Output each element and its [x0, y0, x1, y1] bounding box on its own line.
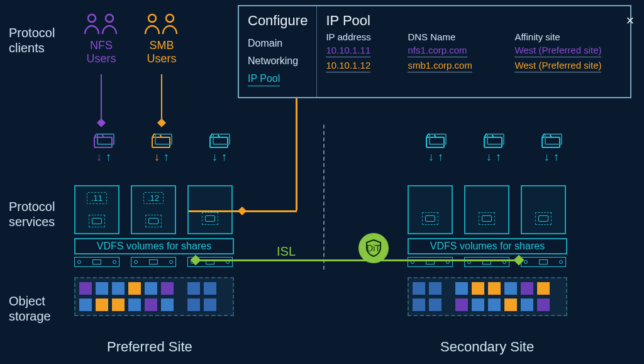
- secondary-site-label: Secondary Site: [440, 339, 534, 355]
- ip-badge: .11: [87, 192, 107, 204]
- col-dns: DNS Name: [408, 31, 502, 42]
- nav-ip-pool[interactable]: IP Pool: [248, 73, 280, 86]
- close-icon[interactable]: ×: [626, 13, 635, 29]
- cell-dns: smb1.corp.com: [408, 60, 472, 72]
- svg-point-2: [148, 14, 156, 22]
- nav-domain[interactable]: Domain: [248, 38, 308, 50]
- connector-nfs: [101, 74, 102, 122]
- preferred-site-label: Preferred Site: [107, 339, 192, 355]
- configure-panel: Configure Domain Networking IP Pool × IP…: [238, 5, 631, 98]
- folder-icon: [93, 132, 114, 149]
- connector-panel: [189, 210, 242, 212]
- smb-users-label: SMBUsers: [147, 39, 176, 65]
- users-icon: [83, 11, 119, 38]
- cell-ip: 10.10.1.11: [326, 45, 370, 57]
- svg-point-0: [88, 14, 96, 22]
- cell-ip: 10.10.1.12: [326, 60, 370, 72]
- rack-icon: [131, 257, 176, 267]
- endpoint-nfs: [97, 118, 106, 127]
- isl-label: ISL: [277, 244, 296, 259]
- rack-row-secondary: [408, 257, 566, 267]
- folder-icon: [483, 132, 504, 149]
- users-row: NFSUsers SMBUsers: [79, 11, 184, 65]
- nfs-users-label: NFSUsers: [86, 39, 116, 65]
- connector-smb: [161, 74, 162, 122]
- chip-icon: [479, 212, 495, 225]
- folder-icon: [425, 132, 447, 149]
- label-object-storage: Objectstorage: [9, 293, 51, 324]
- endpoint-smb: [157, 118, 166, 127]
- service-box: [464, 185, 509, 234]
- ip-badge: .12: [143, 192, 164, 204]
- svg-point-3: [166, 14, 174, 22]
- service-box: [187, 185, 233, 234]
- folder-icon: [541, 132, 562, 149]
- chip-icon: [145, 215, 162, 227]
- users-icon: [143, 11, 180, 38]
- rack-icon: [74, 257, 119, 267]
- ip-pool-table: IP address DNS Name Affinity site 10.10.…: [326, 31, 634, 72]
- vdfs-bar-secondary: VDFS volumes for shares: [408, 238, 567, 254]
- folders-preferred: ↓↑ ↓↑ ↓↑: [88, 132, 235, 162]
- dit-badge: DiT: [358, 233, 389, 263]
- folder-icon: [209, 132, 230, 149]
- cell-affinity: West (Preferred site): [514, 45, 601, 57]
- label-protocol-services: Protocolservices: [9, 199, 55, 229]
- folders-secondary: ↓↑ ↓↑ ↓↑: [420, 132, 567, 162]
- site-divider: [323, 125, 325, 270]
- folder-icon: [151, 132, 172, 149]
- service-box: [521, 185, 566, 234]
- object-storage-preferred: [74, 277, 234, 316]
- connector-panel: [296, 98, 297, 210]
- panel-content: × IP Pool IP address DNS Name Affinity s…: [317, 6, 643, 97]
- rack-row-preferred: [74, 257, 233, 267]
- rack-icon: [464, 257, 509, 267]
- svg-point-1: [106, 14, 113, 22]
- col-affinity: Affinity site: [514, 31, 634, 42]
- service-box: [408, 185, 453, 234]
- services-preferred: .11 .12: [74, 185, 233, 234]
- isl-link: [194, 259, 521, 261]
- cell-dns: nfs1.corp.com: [408, 45, 467, 57]
- rack-icon: [408, 257, 453, 267]
- rack-icon: [521, 257, 566, 267]
- label-protocol-clients: Protocolclients: [9, 25, 55, 55]
- nav-networking[interactable]: Networking: [248, 55, 308, 68]
- chip-icon: [89, 215, 105, 227]
- service-box: .12: [131, 185, 176, 234]
- nfs-users: NFSUsers: [79, 11, 123, 65]
- object-storage-secondary: [408, 277, 567, 316]
- smb-users: SMBUsers: [140, 11, 184, 65]
- chip-icon: [422, 212, 438, 225]
- chip-icon: [535, 212, 552, 225]
- services-secondary: [408, 185, 566, 234]
- panel-title-configure: Configure: [248, 13, 308, 29]
- cell-affinity: West (Preferred site): [514, 60, 601, 72]
- panel-nav: Configure Domain Networking IP Pool: [239, 6, 317, 97]
- chip-icon: [202, 212, 218, 225]
- vdfs-bar-preferred: VDFS volumes for shares: [74, 238, 234, 254]
- service-box: .11: [74, 185, 119, 234]
- panel-title-ippool: IP Pool: [326, 13, 634, 29]
- connector-panel: [242, 210, 297, 212]
- col-ip: IP address: [326, 31, 395, 42]
